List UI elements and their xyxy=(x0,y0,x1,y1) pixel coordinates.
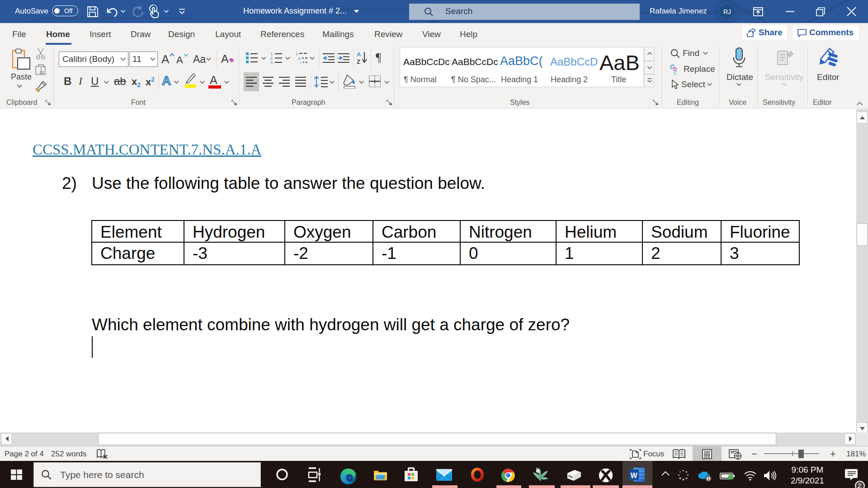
svg-text:1: 1 xyxy=(270,52,273,56)
svg-text:c: c xyxy=(674,69,677,75)
svg-text:Z: Z xyxy=(357,58,360,65)
svg-text:i: i xyxy=(300,61,301,65)
svg-text:A: A xyxy=(357,51,361,58)
svg-text:a: a xyxy=(298,56,300,61)
svg-text:W: W xyxy=(631,472,638,479)
svg-text:3: 3 xyxy=(270,61,273,65)
svg-text:2: 2 xyxy=(270,56,273,61)
svg-text:1: 1 xyxy=(296,52,298,56)
